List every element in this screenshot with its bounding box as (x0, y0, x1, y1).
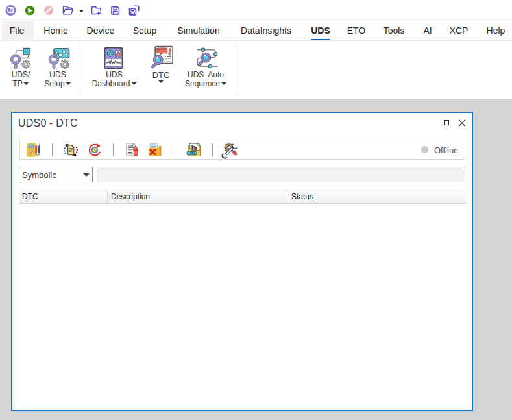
svg-text:LCD0: LCD0 (188, 152, 195, 155)
